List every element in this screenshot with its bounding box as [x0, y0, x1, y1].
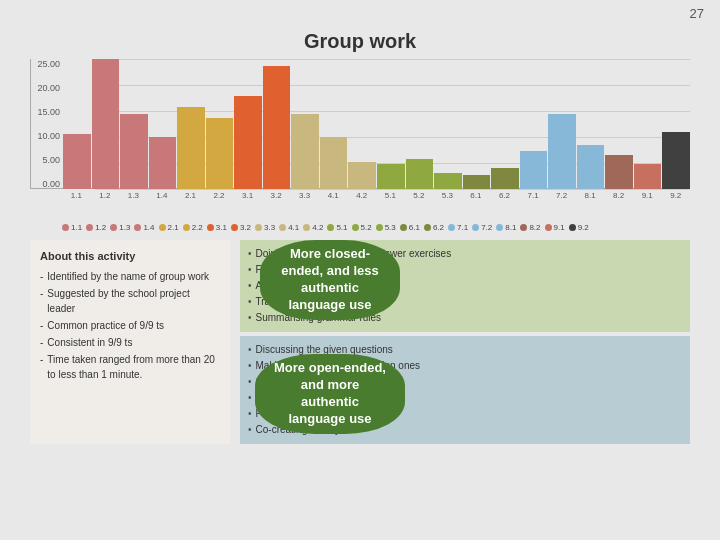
bullet-icon: •: [248, 358, 252, 374]
legend-label: 9.2: [578, 223, 589, 232]
bullet-icon: •: [248, 262, 252, 278]
legend-dot: [110, 224, 117, 231]
legend-item: 5.3: [376, 223, 396, 232]
x-label: 5.2: [405, 191, 434, 200]
x-label: 6.2: [490, 191, 519, 200]
legend-item: 4.2: [303, 223, 323, 232]
legend-item: 1.2: [86, 223, 106, 232]
y-axis-labels: 25.0020.0015.0010.005.000.00: [31, 59, 63, 189]
bar-7.2: [548, 114, 576, 189]
legend-item: 4.1: [279, 223, 299, 232]
x-label: 2.1: [176, 191, 205, 200]
legend-item: 5.2: [352, 223, 372, 232]
legend-dot: [303, 224, 310, 231]
chart-container: 25.0020.0015.0010.005.000.00 1.11.21.31.…: [30, 59, 690, 219]
legend-label: 2.1: [168, 223, 179, 232]
y-label: 0.00: [42, 179, 60, 189]
legend-item: 9.1: [545, 223, 565, 232]
legend-item: 1.1: [62, 223, 82, 232]
x-label: 8.2: [604, 191, 633, 200]
legend-dot: [424, 224, 431, 231]
bar-1.4: [149, 137, 177, 189]
bar-3.3: [291, 114, 319, 189]
legend-item: 3.3: [255, 223, 275, 232]
legend-label: 5.2: [361, 223, 372, 232]
bar-5.2: [406, 159, 434, 189]
legend-dot: [231, 224, 238, 231]
legend-label: 1.4: [143, 223, 154, 232]
x-label: 5.3: [433, 191, 462, 200]
legend-dot: [255, 224, 262, 231]
legend-dot: [207, 224, 214, 231]
legend-label: 1.1: [71, 223, 82, 232]
bar-8.2: [605, 155, 633, 189]
legend-label: 4.1: [288, 223, 299, 232]
bar-6.2: [491, 168, 519, 189]
legend-label: 5.1: [336, 223, 347, 232]
legend-label: 6.1: [409, 223, 420, 232]
bar-3.2: [263, 66, 291, 189]
item-text: Suggested by the school project leader: [47, 286, 220, 316]
dash-icon: -: [40, 286, 43, 316]
dash-icon: -: [40, 269, 43, 284]
legend-item: 7.2: [472, 223, 492, 232]
bullet-icon: •: [248, 246, 252, 262]
legend-item: 2.2: [183, 223, 203, 232]
x-label: 3.1: [233, 191, 262, 200]
bullet-icon: •: [248, 374, 252, 390]
bullet-icon: •: [248, 342, 252, 358]
item-text: Consistent in 9/9 ts: [47, 335, 132, 350]
legend-dot: [62, 224, 69, 231]
bar-5.1: [377, 164, 405, 189]
x-label: 3.3: [290, 191, 319, 200]
left-panel-item: -Common practice of 9/9 ts: [40, 318, 220, 333]
bar-7.1: [520, 151, 548, 189]
legend-item: 1.4: [134, 223, 154, 232]
legend-dot: [545, 224, 552, 231]
legend-item: 3.1: [207, 223, 227, 232]
left-panel-item: -Suggested by the school project leader: [40, 286, 220, 316]
legend-item: 8.1: [496, 223, 516, 232]
page-number: 27: [690, 6, 704, 21]
page: 27 Group work 25.0020.0015.0010.005.000.…: [0, 0, 720, 540]
legend-label: 1.2: [95, 223, 106, 232]
legend-dot: [159, 224, 166, 231]
x-label: 2.2: [205, 191, 234, 200]
bar-9.2: [662, 132, 690, 189]
x-label: 5.1: [376, 191, 405, 200]
legend-label: 1.3: [119, 223, 130, 232]
legend-label: 3.3: [264, 223, 275, 232]
legend-dot: [86, 224, 93, 231]
bottom-section: About this activity -Identified by the n…: [30, 240, 690, 444]
legend-item: 9.2: [569, 223, 589, 232]
x-label: 7.2: [547, 191, 576, 200]
bullet-icon: •: [248, 278, 252, 294]
legend-item: 6.1: [400, 223, 420, 232]
bar-4.1: [320, 137, 348, 189]
legend-label: 3.1: [216, 223, 227, 232]
legend-label: 2.2: [192, 223, 203, 232]
item-text: Identified by the name of group work: [47, 269, 209, 284]
legend-dot: [279, 224, 286, 231]
legend-label: 7.2: [481, 223, 492, 232]
bar-6.1: [463, 175, 491, 189]
bar-2.2: [206, 118, 234, 189]
bar-4.2: [348, 162, 376, 189]
bar-9.1: [634, 164, 662, 189]
item-text: Common practice of 9/9 ts: [47, 318, 164, 333]
x-label: 1.4: [148, 191, 177, 200]
left-panel-item: -Identified by the name of group work: [40, 269, 220, 284]
y-label: 20.00: [37, 83, 60, 93]
x-label: 7.1: [519, 191, 548, 200]
x-label: 4.1: [319, 191, 348, 200]
page-title: Group work: [0, 0, 720, 53]
legend-dot: [569, 224, 576, 231]
legend-label: 9.1: [554, 223, 565, 232]
legend-label: 8.2: [529, 223, 540, 232]
x-label: 1.2: [91, 191, 120, 200]
legend-dot: [472, 224, 479, 231]
bars-wrapper: [63, 59, 690, 189]
x-axis-labels: 1.11.21.31.42.12.23.13.23.34.14.25.15.25…: [62, 191, 690, 200]
bullet-icon: •: [248, 310, 252, 326]
y-label: 10.00: [37, 131, 60, 141]
